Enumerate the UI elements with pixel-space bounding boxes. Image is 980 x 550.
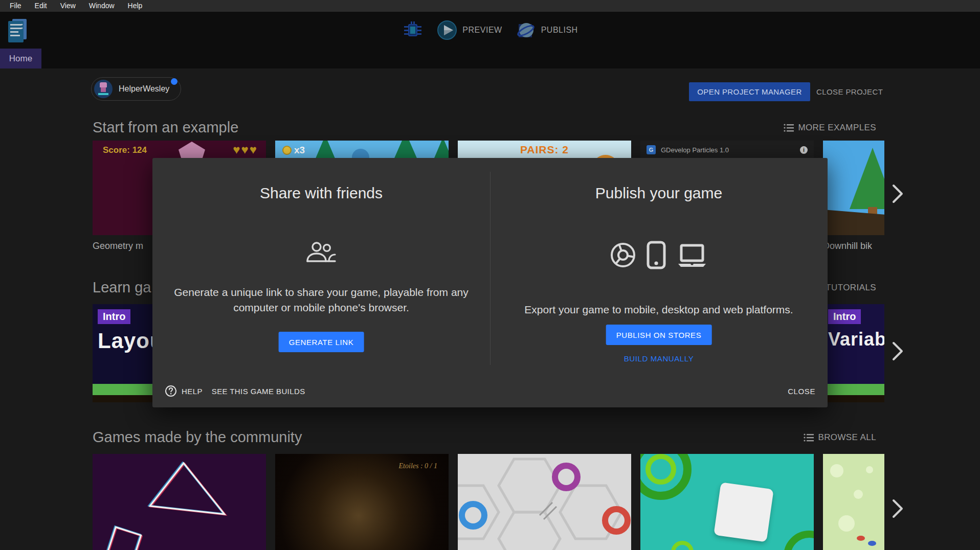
help-label: HELP xyxy=(182,387,203,396)
close-dialog-button[interactable]: CLOSE xyxy=(788,387,815,396)
publish-description: Export your game to mobile, desktop and … xyxy=(498,302,820,317)
username-label: HelperWesley xyxy=(119,84,169,94)
share-description: Generate a unique link to share your gam… xyxy=(160,285,482,316)
community-card-neon[interactable] xyxy=(93,454,266,550)
browse-all-button[interactable]: BROWSE ALL xyxy=(804,432,876,443)
menu-edit[interactable]: Edit xyxy=(28,0,54,12)
toolbar-center-group: PREVIEW PUBLISH xyxy=(0,12,980,49)
tutorials-button[interactable]: TUTORIALS xyxy=(826,283,876,293)
examples-next-arrow[interactable] xyxy=(889,182,906,205)
browser-bar: G GDevelop Particles 1.0 i xyxy=(640,141,814,159)
learn-title: Learn ga xyxy=(93,279,151,296)
tab-bar: Home xyxy=(0,49,980,68)
debug-icon[interactable] xyxy=(402,19,424,41)
gdevelop-window: File Edit View Window Help xyxy=(0,0,980,550)
intro-tag: Intro xyxy=(98,309,130,324)
pairs-hud: PAIRS: 2 xyxy=(458,144,631,156)
menu-file[interactable]: File xyxy=(3,0,28,12)
play-circle-icon xyxy=(437,20,457,40)
help-button[interactable]: HELP xyxy=(165,385,203,397)
green-ring xyxy=(784,531,814,550)
open-project-manager-button[interactable]: OPEN PROJECT MANAGER xyxy=(689,82,810,101)
publish-globe-icon xyxy=(516,20,536,40)
lime-ring xyxy=(645,454,676,485)
hearts-hud: ♥♥♥ xyxy=(233,143,258,157)
publish-column: Publish your game xyxy=(490,158,828,373)
examples-section-header: Start from an example MORE EXAMPLES xyxy=(93,119,876,136)
menu-help[interactable]: Help xyxy=(121,0,149,12)
tree-shape xyxy=(850,148,884,209)
dialog-footer: HELP SEE THIS GAME BUILDS CLOSE xyxy=(165,383,815,399)
score-hud: Score: 124 xyxy=(103,145,147,155)
help-icon xyxy=(165,385,177,397)
community-title: Games made by the community xyxy=(93,429,302,446)
share-column: Share with friends Generate a unique lin… xyxy=(152,158,490,373)
community-card-rings[interactable] xyxy=(640,454,814,550)
tab-home[interactable]: Home xyxy=(0,49,41,68)
gdevelop-logo-icon: G xyxy=(647,145,656,154)
white-square xyxy=(714,482,773,542)
see-builds-label: SEE THIS GAME BUILDS xyxy=(212,387,305,396)
neon-shapes xyxy=(93,454,266,550)
menu-window[interactable]: Window xyxy=(82,0,121,12)
community-card-row: Etoiles : 0 / 1 xyxy=(93,454,884,550)
publish-button[interactable]: PUBLISH xyxy=(516,20,578,40)
info-icon: i xyxy=(800,146,808,154)
list-icon xyxy=(784,124,794,132)
examples-title: Start from an example xyxy=(93,119,238,136)
coin-hud: x3 xyxy=(282,145,305,156)
learn-card-variables[interactable]: Intro Variab +1 xyxy=(823,304,884,402)
community-card-etoiles[interactable]: Etoiles : 0 / 1 xyxy=(275,454,449,550)
variables-word: Variab xyxy=(828,329,884,350)
menu-bar: File Edit View Window Help xyxy=(0,0,980,12)
avatar xyxy=(94,80,113,98)
publish-label: PUBLISH xyxy=(541,26,578,35)
intro-tag: Intro xyxy=(828,309,861,324)
main-toolbar: PREVIEW PUBLISH xyxy=(0,12,980,49)
particles-title: GDevelop Particles 1.0 xyxy=(661,146,795,154)
close-project-button[interactable]: CLOSE PROJECT xyxy=(816,82,883,101)
build-manually-link[interactable]: BUILD MANUALLY xyxy=(490,354,828,363)
red-fish xyxy=(857,536,865,541)
example-card-downhill[interactable] xyxy=(823,141,884,235)
community-section-header: Games made by the community BROWSE ALL xyxy=(93,429,876,446)
hexagon-pattern xyxy=(458,454,631,550)
smartphone-icon xyxy=(647,241,666,269)
preview-button[interactable]: PREVIEW xyxy=(437,20,502,40)
tutorials-label: TUTORIALS xyxy=(826,283,876,293)
people-icon xyxy=(305,241,337,264)
coin-icon xyxy=(282,146,292,155)
caption-downhill: Downhill bik xyxy=(823,241,872,251)
stars-hud: Etoiles : 0 / 1 xyxy=(399,462,437,470)
learn-next-arrow[interactable] xyxy=(889,340,906,362)
preview-label: PREVIEW xyxy=(462,26,502,35)
menu-view[interactable]: View xyxy=(54,0,82,12)
list-icon xyxy=(804,433,814,442)
generate-link-button[interactable]: GENERATE LINK xyxy=(279,332,364,352)
blue-fish xyxy=(868,541,876,546)
grass-strip xyxy=(823,384,884,395)
chrome-icon xyxy=(610,242,636,268)
publish-title: Publish your game xyxy=(490,185,828,202)
ground-strip xyxy=(823,395,884,402)
browse-all-label: BROWSE ALL xyxy=(818,432,876,443)
see-builds-button[interactable]: SEE THIS GAME BUILDS xyxy=(212,387,305,396)
notification-dot xyxy=(171,78,177,85)
more-examples-label: MORE EXAMPLES xyxy=(798,123,876,133)
caption-geometry: Geometry m xyxy=(93,241,143,251)
laptop-icon xyxy=(676,242,708,268)
coin-count: x3 xyxy=(294,145,305,156)
community-card-bubbles[interactable] xyxy=(823,454,884,550)
lime-ring xyxy=(671,541,694,550)
community-next-arrow[interactable] xyxy=(889,497,906,520)
user-chip[interactable]: HelperWesley xyxy=(91,77,181,101)
more-examples-button[interactable]: MORE EXAMPLES xyxy=(784,123,876,133)
share-title: Share with friends xyxy=(152,185,490,202)
publish-on-stores-button[interactable]: PUBLISH ON STORES xyxy=(606,325,712,345)
community-card-hexagons[interactable] xyxy=(458,454,631,550)
share-dialog: Share with friends Generate a unique lin… xyxy=(152,158,828,407)
